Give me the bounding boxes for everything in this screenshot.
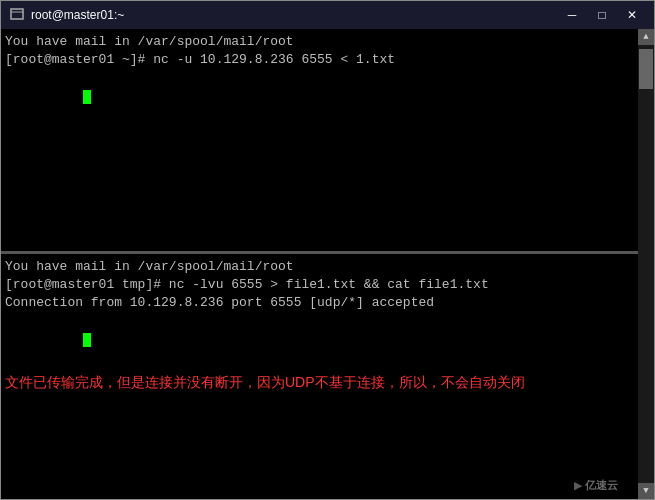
top-line-1: You have mail in /var/spool/mail/root [5,33,634,51]
terminal-container: You have mail in /var/spool/mail/root [r… [1,29,654,499]
scrollbar-thumb[interactable] [639,49,653,89]
window-title: root@master01:~ [31,8,558,22]
scroll-down-button[interactable]: ▼ [638,483,654,499]
terminal-pane-top[interactable]: You have mail in /var/spool/mail/root [r… [1,29,638,251]
maximize-button[interactable]: □ [588,5,616,25]
terminal-content[interactable]: You have mail in /var/spool/mail/root [r… [1,29,638,499]
top-line-2: [root@master01 ~]# nc -u 10.129.8.236 65… [5,51,634,69]
window-icon [9,7,25,23]
terminal-window: root@master01:~ ─ □ ✕ You have mail in /… [0,0,655,500]
bottom-line-2: [root@master01 tmp]# nc -lvu 6555 > file… [5,276,634,294]
watermark-logo: 亿速云 [585,478,618,493]
scroll-up-button[interactable]: ▲ [638,29,654,45]
scrollbar[interactable]: ▲ ▼ [638,29,654,499]
title-bar: root@master01:~ ─ □ ✕ [1,1,654,29]
top-cursor-line [5,69,634,124]
close-button[interactable]: ✕ [618,5,646,25]
bottom-cursor-line [5,313,634,368]
window-controls: ─ □ ✕ [558,5,646,25]
annotation-text: 文件已传输完成，但是连接并没有断开，因为UDP不基于连接，所以，不会自动关闭 [5,371,634,393]
watermark-prefix: ▶ [574,479,582,492]
minimize-button[interactable]: ─ [558,5,586,25]
bottom-line-1: You have mail in /var/spool/mail/root [5,258,634,276]
top-cursor [83,90,91,104]
bottom-cursor [83,333,91,347]
terminal-pane-bottom[interactable]: You have mail in /var/spool/mail/root [r… [1,254,638,499]
scrollbar-track[interactable] [638,45,654,483]
svg-rect-0 [11,9,23,19]
bottom-line-3: Connection from 10.129.8.236 port 6555 [… [5,294,634,312]
watermark: ▶ 亿速云 [574,478,618,493]
